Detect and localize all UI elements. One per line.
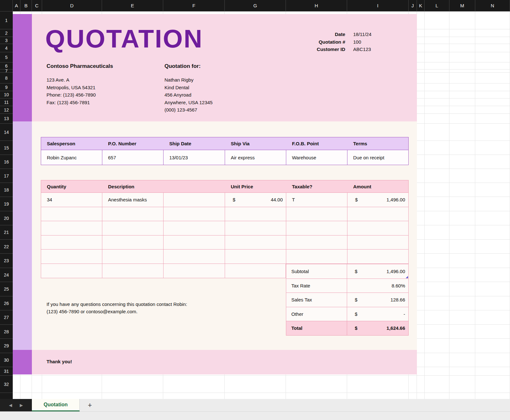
client-company[interactable]: Kind Dental bbox=[164, 84, 213, 91]
row-header-1[interactable]: 1 bbox=[0, 11, 13, 29]
ship-date-value[interactable]: 13/01/23 bbox=[164, 150, 225, 165]
sheet-tab-quotation[interactable]: Quotation bbox=[32, 399, 80, 411]
row-header-27[interactable]: 27 bbox=[0, 310, 13, 325]
row-header-30[interactable]: 30 bbox=[0, 353, 13, 367]
po-number-header[interactable]: P.O. Number bbox=[102, 141, 164, 146]
sales-tax-label[interactable]: Sales Tax bbox=[286, 293, 347, 307]
item-description[interactable]: Anesthesia masks bbox=[102, 193, 164, 207]
date-value[interactable]: 18/11/24 bbox=[353, 32, 395, 37]
column-header-E[interactable]: E bbox=[102, 0, 163, 11]
contact-note-line2[interactable]: (123) 456-7890 or contoso@example.com. bbox=[47, 308, 187, 315]
subtotal-value[interactable]: $ 1,496.00 bbox=[347, 264, 408, 279]
terms-header[interactable]: Terms bbox=[347, 141, 408, 146]
empty-cell[interactable] bbox=[347, 235, 408, 250]
company-address-line[interactable]: Metropolis, USA 54321 bbox=[47, 84, 96, 91]
fob-point-header[interactable]: F.O.B. Point bbox=[286, 141, 347, 146]
row-header-24[interactable]: 24 bbox=[0, 268, 13, 282]
quotation-for-heading[interactable]: Quotation for: bbox=[164, 63, 200, 69]
column-header-C[interactable]: C bbox=[32, 0, 42, 11]
row-header-10[interactable]: 10 bbox=[0, 91, 13, 98]
row-header-5[interactable]: 5 bbox=[0, 52, 13, 62]
empty-cell[interactable] bbox=[225, 250, 286, 264]
empty-cell[interactable] bbox=[164, 250, 225, 264]
contact-note-line1[interactable]: If you have any questions concerning thi… bbox=[47, 301, 187, 308]
select-all-corner[interactable] bbox=[0, 0, 13, 11]
empty-cell[interactable] bbox=[41, 264, 102, 278]
add-sheet-button[interactable]: + bbox=[80, 399, 100, 411]
column-header-L[interactable]: L bbox=[425, 0, 449, 11]
empty-cell[interactable] bbox=[41, 207, 102, 221]
ship-via-value[interactable]: Air express bbox=[225, 150, 286, 165]
column-header-N[interactable]: N bbox=[475, 0, 510, 11]
row-header-29[interactable]: 29 bbox=[0, 339, 13, 353]
other-value[interactable]: $ - bbox=[347, 307, 408, 321]
column-header-D[interactable]: D bbox=[42, 0, 102, 11]
empty-cell[interactable] bbox=[102, 250, 164, 264]
row-header-31[interactable]: 31 bbox=[0, 367, 13, 376]
empty-cell[interactable] bbox=[225, 207, 286, 221]
empty-cell[interactable] bbox=[102, 235, 164, 250]
total-label[interactable]: Total bbox=[286, 321, 347, 335]
client-address-line[interactable]: 456 Anyroad bbox=[164, 91, 213, 99]
empty-cell[interactable] bbox=[102, 207, 164, 221]
row-header-28[interactable]: 28 bbox=[0, 325, 13, 339]
unit-price-header[interactable]: Unit Price bbox=[225, 184, 286, 189]
tax-rate-value[interactable]: 8.60% bbox=[347, 279, 408, 293]
prev-sheet-arrow-icon[interactable]: ◀ bbox=[9, 403, 12, 408]
row-header-25[interactable]: 25 bbox=[0, 282, 13, 296]
empty-cell[interactable] bbox=[347, 250, 408, 264]
item-unit-price[interactable]: $ 44.00 bbox=[225, 193, 286, 207]
row-header-17[interactable]: 17 bbox=[0, 169, 13, 183]
row-header-9[interactable]: 9 bbox=[0, 83, 13, 91]
row-header-22[interactable]: 22 bbox=[0, 240, 13, 254]
row-header-19[interactable]: 19 bbox=[0, 197, 13, 211]
column-header-M[interactable]: M bbox=[449, 0, 475, 11]
fob-point-value[interactable]: Warehouse bbox=[286, 150, 347, 165]
row-header-13[interactable]: 13 bbox=[0, 114, 13, 124]
column-header-B[interactable]: B bbox=[20, 0, 32, 11]
column-header-A[interactable]: A bbox=[13, 0, 20, 11]
client-phone[interactable]: (000) 123-4567 bbox=[164, 106, 213, 114]
empty-cell[interactable] bbox=[164, 235, 225, 250]
other-label[interactable]: Other bbox=[286, 307, 347, 321]
salesperson-header[interactable]: Salesperson bbox=[41, 141, 102, 146]
empty-cell[interactable] bbox=[41, 221, 102, 235]
column-header-H[interactable]: H bbox=[286, 0, 347, 11]
empty-cell[interactable] bbox=[286, 235, 347, 250]
empty-cell[interactable] bbox=[102, 221, 164, 235]
customer-id-value[interactable]: ABC123 bbox=[353, 47, 395, 52]
salesperson-value[interactable]: Robin Zupanc bbox=[41, 150, 102, 165]
empty-cell[interactable] bbox=[225, 264, 286, 278]
row-header-4[interactable]: 4 bbox=[0, 44, 13, 52]
row-header-3[interactable]: 3 bbox=[0, 37, 13, 44]
row-header-18[interactable]: 18 bbox=[0, 183, 13, 197]
customer-id-label[interactable]: Customer ID bbox=[261, 47, 345, 52]
empty-cell[interactable] bbox=[164, 221, 225, 235]
company-name[interactable]: Contoso Pharmaceuticals bbox=[47, 63, 113, 69]
row-header-8[interactable]: 8 bbox=[0, 73, 13, 83]
quantity-header[interactable]: Quantity bbox=[41, 184, 102, 189]
subtotal-label[interactable]: Subtotal bbox=[286, 264, 347, 279]
item-taxable[interactable]: T bbox=[286, 193, 347, 207]
company-address-line[interactable]: 123 Ave. A bbox=[47, 76, 96, 84]
client-address-line[interactable]: Anywhere, USA 12345 bbox=[164, 99, 213, 106]
ship-date-header[interactable]: Ship Date bbox=[164, 141, 225, 146]
quotation-number-value[interactable]: 100 bbox=[353, 39, 395, 45]
row-header-32[interactable]: 32 bbox=[0, 376, 13, 393]
row-header-2[interactable]: 2 bbox=[0, 29, 13, 37]
row-header-14[interactable]: 14 bbox=[0, 124, 13, 141]
terms-value[interactable]: Due on receipt bbox=[347, 150, 408, 165]
empty-cell[interactable] bbox=[347, 207, 408, 221]
quotation-title[interactable]: QUOTATION bbox=[45, 26, 203, 52]
empty-cell[interactable] bbox=[164, 207, 225, 221]
empty-cell[interactable] bbox=[225, 221, 286, 235]
row-header-16[interactable]: 16 bbox=[0, 155, 13, 169]
empty-cell[interactable] bbox=[164, 193, 225, 207]
sheet-area[interactable]: QUOTATION Date 18/11/24 Quotation # 100 … bbox=[13, 11, 510, 399]
taxable-header[interactable]: Taxable? bbox=[286, 184, 347, 189]
ship-via-header[interactable]: Ship Via bbox=[225, 141, 286, 146]
column-header-F[interactable]: F bbox=[163, 0, 225, 11]
company-fax[interactable]: Fax: (123) 456-7891 bbox=[47, 99, 96, 106]
total-value[interactable]: $ 1,624.66 bbox=[347, 321, 408, 335]
empty-cell[interactable] bbox=[286, 207, 347, 221]
